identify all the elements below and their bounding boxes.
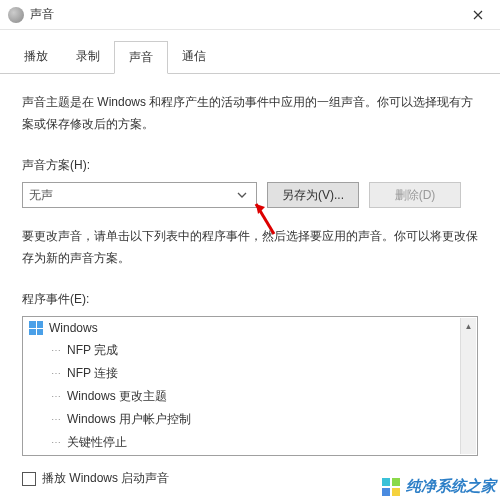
list-root-label: Windows (49, 321, 98, 335)
delete-label: 删除(D) (395, 187, 436, 204)
window-title: 声音 (30, 6, 455, 23)
tab-communications[interactable]: 通信 (168, 41, 220, 74)
tree-branch-icon: ⋯ (51, 345, 63, 356)
tree-branch-icon: ⋯ (51, 368, 63, 379)
list-item-label: Windows 更改主题 (67, 388, 167, 405)
list-item-label: 关键性停止 (67, 434, 127, 451)
windows-icon (29, 321, 43, 335)
tab-recording[interactable]: 录制 (62, 41, 114, 74)
save-as-label: 另存为(V)... (282, 187, 344, 204)
list-root-windows[interactable]: Windows (23, 317, 477, 339)
scheme-selected-value: 无声 (29, 187, 53, 204)
tab-playback[interactable]: 播放 (10, 41, 62, 74)
startup-sound-checkbox[interactable] (22, 472, 36, 486)
list-item[interactable]: ⋯ NFP 完成 (23, 339, 477, 362)
close-button[interactable] (455, 0, 500, 30)
watermark-text: 纯净系统之家 (406, 477, 496, 496)
list-item-label: NFP 连接 (67, 365, 118, 382)
listbox-scrollbar[interactable]: ▲ (460, 318, 476, 454)
scheme-description: 声音主题是在 Windows 和程序产生的活动事件中应用的一组声音。你可以选择现… (22, 92, 478, 135)
events-label: 程序事件(E): (22, 291, 478, 308)
scheme-select[interactable]: 无声 (22, 182, 257, 208)
tree-branch-icon: ⋯ (51, 391, 63, 402)
list-item-label: Windows 用户帐户控制 (67, 411, 191, 428)
chevron-down-icon (234, 187, 250, 203)
delete-button: 删除(D) (369, 182, 461, 208)
close-icon (473, 10, 483, 20)
list-item[interactable]: ⋯ NFP 连接 (23, 362, 477, 385)
events-description: 要更改声音，请单击以下列表中的程序事件，然后选择要应用的声音。你可以将更改保存为… (22, 226, 478, 269)
tab-sounds[interactable]: 声音 (114, 41, 168, 74)
sound-app-icon (8, 7, 24, 23)
save-as-button[interactable]: 另存为(V)... (267, 182, 359, 208)
list-item[interactable]: ⋯ Windows 用户帐户控制 (23, 408, 477, 431)
tab-content: 声音主题是在 Windows 和程序产生的活动事件中应用的一组声音。你可以选择现… (0, 74, 500, 500)
scroll-up-icon[interactable]: ▲ (461, 318, 476, 334)
list-item[interactable]: ⋯ Windows 更改主题 (23, 385, 477, 408)
tree-branch-icon: ⋯ (51, 437, 63, 448)
startup-sound-label: 播放 Windows 启动声音 (42, 470, 169, 487)
list-item[interactable]: ⋯ 关键性停止 (23, 431, 477, 454)
list-item-label: NFP 完成 (67, 342, 118, 359)
scheme-label: 声音方案(H): (22, 157, 478, 174)
watermark-logo-icon (382, 478, 400, 496)
tree-branch-icon: ⋯ (51, 414, 63, 425)
watermark: 纯净系统之家 (378, 475, 500, 498)
titlebar: 声音 (0, 0, 500, 30)
program-events-list[interactable]: Windows ⋯ NFP 完成 ⋯ NFP 连接 ⋯ Windows 更改主题… (22, 316, 478, 456)
scheme-row: 无声 另存为(V)... 删除(D) (22, 182, 478, 208)
tab-strip: 播放 录制 声音 通信 (0, 30, 500, 74)
